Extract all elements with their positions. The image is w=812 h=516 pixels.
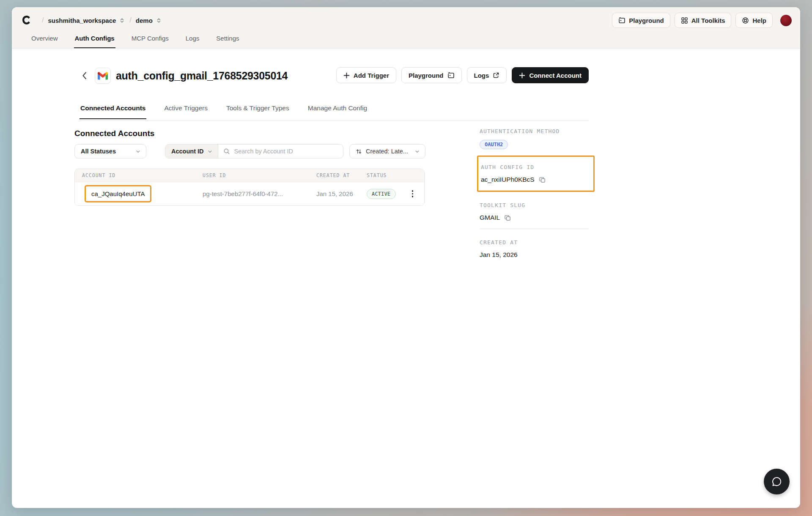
table-header-row: ACCOUNT ID USER ID CREATED AT STATUS: [75, 169, 424, 182]
search-combo: Account ID: [165, 144, 343, 158]
tabs-divider: [80, 120, 589, 121]
nav-tab-settings[interactable]: Settings: [215, 35, 240, 48]
nav-tab-overview[interactable]: Overview: [30, 35, 59, 48]
created-at-cell: Jan 15, 2026: [309, 190, 359, 197]
nav-tab-logs[interactable]: Logs: [185, 35, 200, 48]
sort-arrows-icon: [356, 148, 362, 155]
details-sidebar: AUTHENTICATION METHOD OAUTH2 AUTH CONFIG…: [480, 128, 589, 259]
logs-button[interactable]: Logs: [467, 67, 507, 83]
nav-tab-mcp-configs[interactable]: MCP Configs: [131, 35, 170, 48]
playground-button[interactable]: Playground: [612, 13, 670, 28]
main-card: / sushmitha_workspace / demo: [12, 7, 800, 508]
auth-method-label: AUTHENTICATION METHOD: [480, 128, 589, 134]
sidebar-divider: [480, 229, 589, 229]
oauth2-badge: OAUTH2: [480, 140, 508, 149]
top-header: / sushmitha_workspace / demo: [12, 7, 800, 49]
tab-manage-auth-config[interactable]: Manage Auth Config: [307, 104, 368, 119]
sort-select[interactable]: Created: Late...: [349, 144, 425, 158]
chevron-down-icon: [414, 149, 420, 154]
plus-icon: [343, 72, 350, 79]
chat-support-button[interactable]: [764, 469, 790, 494]
page-actions: Add Trigger Playground Logs: [336, 67, 589, 83]
sort-value: Created: Late...: [366, 148, 408, 155]
tab-tools-trigger-types[interactable]: Tools & Trigger Types: [225, 104, 290, 119]
playground-icon: [618, 17, 625, 24]
workspace-name[interactable]: sushmitha_workspace: [48, 17, 116, 24]
section-heading: Connected Accounts: [74, 129, 154, 138]
col-status: STATUS: [359, 172, 407, 178]
status-cell: ACTIVE: [359, 189, 407, 199]
auth-config-id-value: ac_nxiIUPh0KBcS: [481, 176, 535, 183]
tab-connected-accounts[interactable]: Connected Accounts: [80, 104, 146, 119]
toolkit-slug-value: GMAIL: [480, 214, 500, 221]
annotation-highlight-box: ca_JQauIq4euUTA: [85, 185, 151, 202]
auth-config-id-label: AUTH CONFIG ID: [481, 164, 593, 170]
help-button-label: Help: [752, 17, 766, 24]
header-actions: Playground All Toolkits: [612, 13, 792, 28]
row-menu-button[interactable]: [410, 188, 415, 199]
user-id-cell: pg-test-7beb277f-64f0-472...: [195, 190, 309, 197]
playground-icon: [447, 72, 455, 79]
primary-nav-tabs: Overview Auth Configs MCP Configs Logs S…: [30, 35, 240, 48]
col-created-at: CREATED AT: [309, 172, 359, 178]
user-avatar[interactable]: [780, 15, 792, 26]
search-field-select[interactable]: Account ID: [165, 145, 218, 158]
back-button[interactable]: [79, 70, 90, 81]
external-link-icon: [493, 72, 499, 79]
account-id-value: ca_JQauIq4euUTA: [91, 190, 145, 197]
search-input[interactable]: [233, 147, 338, 155]
playground-page-label: Playground: [409, 72, 444, 79]
created-at-value: Jan 15, 2026: [480, 251, 518, 259]
project-switcher-icon[interactable]: [156, 17, 162, 24]
tab-active-triggers[interactable]: Active Triggers: [163, 104, 208, 119]
secondary-tabs: Connected Accounts Active Triggers Tools…: [80, 104, 368, 119]
add-trigger-button[interactable]: Add Trigger: [336, 67, 396, 83]
grid-icon: [681, 17, 688, 24]
breadcrumb: / sushmitha_workspace / demo: [12, 7, 800, 33]
chevron-down-icon: [207, 149, 213, 154]
chevron-down-icon: [135, 149, 141, 154]
add-trigger-label: Add Trigger: [354, 72, 389, 79]
logs-label: Logs: [474, 72, 489, 79]
toolkit-slug-label: TOOLKIT SLUG: [480, 202, 589, 208]
created-at-label: CREATED AT: [480, 239, 589, 246]
col-account-id: ACCOUNT ID: [75, 172, 195, 178]
search-icon: [223, 148, 230, 155]
page-title: auth_config_gmail_1768529305014: [116, 70, 288, 82]
status-badge: ACTIVE: [367, 189, 396, 199]
page-title-row: auth_config_gmail_1768529305014: [79, 67, 288, 84]
search-box: [218, 145, 343, 158]
chat-bubble-icon: [771, 476, 782, 487]
workspace-switcher-icon[interactable]: [119, 17, 125, 24]
filters-row: All Statuses Account ID: [74, 144, 425, 158]
search-field-value: Account ID: [171, 148, 204, 155]
playground-button-label: Playground: [629, 17, 664, 24]
connected-accounts-table: ACCOUNT ID USER ID CREATED AT STATUS ca_…: [74, 169, 425, 206]
all-toolkits-button[interactable]: All Toolkits: [675, 13, 732, 28]
breadcrumb-separator: /: [129, 16, 131, 24]
status-filter-value: All Statuses: [81, 148, 116, 155]
help-icon: [742, 17, 749, 24]
copy-icon[interactable]: [539, 176, 546, 183]
playground-page-button[interactable]: Playground: [401, 67, 462, 83]
help-button[interactable]: Help: [735, 13, 773, 28]
col-user-id: USER ID: [195, 172, 309, 178]
nav-tab-auth-configs[interactable]: Auth Configs: [74, 35, 115, 48]
connect-account-button[interactable]: Connect Account: [512, 67, 589, 83]
gmail-icon: [95, 68, 111, 84]
connect-account-label: Connect Account: [529, 72, 582, 79]
annotation-highlight-box: AUTH CONFIG ID ac_nxiIUPh0KBcS: [477, 156, 595, 192]
composio-logo-icon[interactable]: [20, 15, 32, 26]
plus-icon: [519, 72, 525, 79]
account-id-cell: ca_JQauIq4euUTA: [75, 185, 195, 202]
breadcrumb-separator: /: [42, 16, 44, 24]
status-filter-select[interactable]: All Statuses: [74, 144, 146, 158]
project-name[interactable]: demo: [136, 17, 153, 24]
table-row[interactable]: ca_JQauIq4euUTA pg-test-7beb277f-64f0-47…: [75, 182, 424, 205]
copy-icon[interactable]: [504, 214, 511, 221]
app-window: / sushmitha_workspace / demo: [0, 0, 812, 516]
all-toolkits-button-label: All Toolkits: [691, 17, 725, 24]
